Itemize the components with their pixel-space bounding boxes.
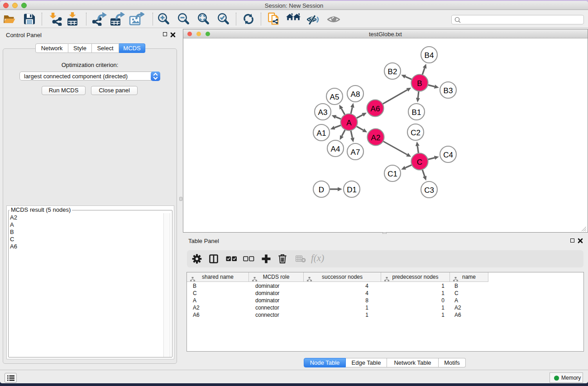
svg-text:A3: A3 (318, 108, 328, 116)
svg-text:A1: A1 (317, 129, 326, 137)
svg-text:A6: A6 (371, 104, 380, 113)
svg-text:B1: B1 (412, 108, 421, 116)
svg-text:C2: C2 (411, 128, 421, 137)
svg-text:B: B (417, 79, 422, 87)
svg-text:B4: B4 (425, 51, 434, 59)
svg-text:A5: A5 (330, 92, 339, 101)
svg-text:B2: B2 (388, 67, 397, 76)
svg-text:C3: C3 (424, 186, 434, 194)
svg-text:B3: B3 (444, 86, 453, 95)
svg-text:D1: D1 (347, 185, 357, 194)
svg-text:C4: C4 (443, 150, 453, 159)
svg-text:A: A (346, 118, 352, 127)
svg-text:D: D (319, 185, 324, 194)
svg-text:A7: A7 (351, 148, 360, 156)
svg-text:A8: A8 (351, 90, 360, 98)
svg-text:C: C (417, 157, 422, 166)
svg-text:A4: A4 (331, 144, 340, 153)
svg-text:C1: C1 (387, 169, 397, 178)
svg-text:A2: A2 (371, 133, 381, 142)
